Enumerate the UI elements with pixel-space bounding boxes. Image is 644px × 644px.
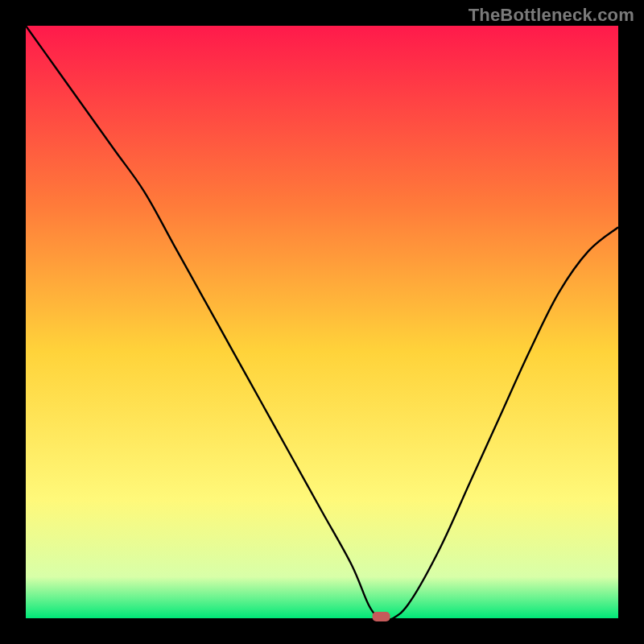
plot-background — [26, 26, 618, 618]
chart-frame: TheBottleneck.com — [0, 0, 644, 644]
bottleneck-chart — [0, 0, 644, 644]
optimal-point-marker — [373, 612, 390, 621]
